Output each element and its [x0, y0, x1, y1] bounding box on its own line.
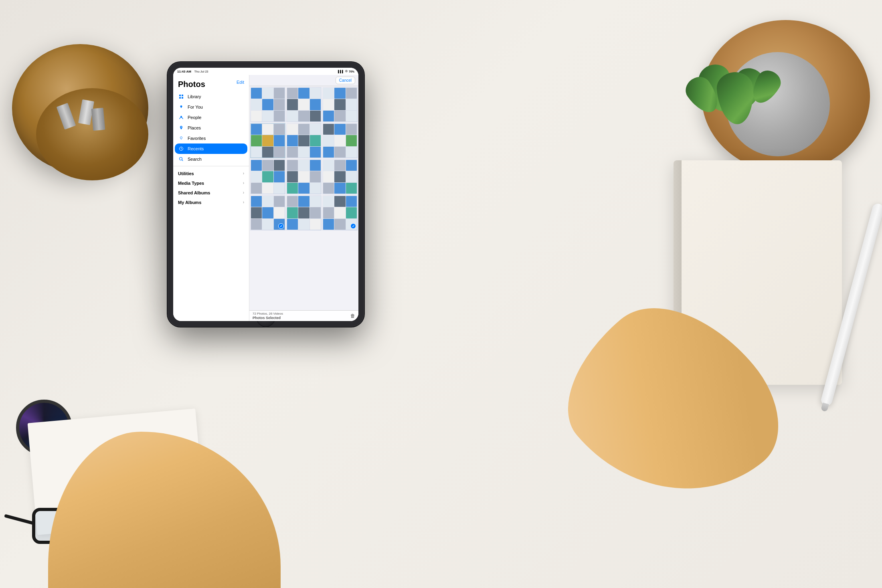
nav-item-search[interactable]: Search	[175, 154, 247, 164]
nav-item-for-you[interactable]: For You	[175, 102, 247, 112]
recents-icon	[178, 145, 184, 152]
wifi-icon: ⦾	[345, 70, 348, 73]
sidebar-header: Photos Edit	[173, 75, 249, 91]
nav-label-places: Places	[188, 125, 201, 130]
photo-thumb-1[interactable]	[250, 87, 285, 122]
edit-button[interactable]: Edit	[237, 80, 244, 85]
places-icon	[178, 125, 184, 131]
nav-label-for-you: For You	[188, 105, 203, 109]
mini-screen-8	[286, 159, 322, 194]
selection-indicator-12	[350, 223, 356, 229]
binder-clip-3	[91, 108, 105, 131]
my-albums-chevron-icon: ›	[243, 200, 244, 204]
section-shared-albums-label: Shared Albums	[178, 190, 210, 195]
section-shared-albums[interactable]: Shared Albums ›	[173, 187, 249, 197]
section-utilities-label: Utilities	[178, 171, 194, 176]
svg-rect-3	[182, 97, 183, 99]
people-icon	[178, 114, 184, 121]
photo-thumb-2[interactable]	[286, 87, 322, 122]
plant-leaves	[678, 64, 798, 144]
cancel-button[interactable]: Cancel	[336, 77, 355, 84]
content-footer: 72 Photos, 26 Videos Photos Selected 🗑	[249, 310, 358, 321]
utilities-chevron-icon: ›	[243, 171, 244, 176]
selection-indicator-10	[278, 223, 284, 229]
section-my-albums-label: My Albums	[178, 200, 201, 205]
ipad-screen: 11:43 AM Thu Jul 23 ▌▌▌ ⦾ 70% Photos Edi…	[173, 68, 358, 321]
library-icon	[178, 93, 184, 100]
photo-thumb-10[interactable]	[250, 195, 285, 230]
mini-screen-3	[322, 87, 358, 122]
svg-rect-1	[182, 95, 183, 96]
mini-screen-11	[286, 195, 322, 230]
svg-line-8	[182, 160, 183, 161]
split-view: Photos Edit	[173, 75, 358, 321]
signal-icon: ▌▌▌	[338, 70, 344, 73]
ipad-device: 11:43 AM Thu Jul 23 ▌▌▌ ⦾ 70% Photos Edi…	[168, 62, 364, 327]
nav-item-places[interactable]: Places	[175, 123, 247, 133]
shared-albums-chevron-icon: ›	[243, 190, 244, 195]
nav-label-library: Library	[188, 94, 201, 99]
trash-icon[interactable]: 🗑	[350, 313, 355, 319]
nav-item-recents[interactable]: Recents	[175, 143, 247, 154]
section-media-types-label: Media Types	[178, 181, 204, 186]
nav-label-people: People	[188, 115, 201, 120]
nav-item-favorites[interactable]: Favorites	[175, 133, 247, 143]
sidebar-title: Photos	[178, 80, 205, 89]
photo-thumb-7[interactable]	[250, 159, 285, 194]
photo-thumb-8[interactable]	[286, 159, 322, 194]
nav-label-search: Search	[188, 157, 202, 162]
leaf-3	[716, 71, 756, 125]
footer-selected-text: Photos Selected	[253, 316, 283, 320]
photo-thumb-11[interactable]	[286, 195, 322, 230]
photos-sidebar: Photos Edit	[173, 75, 249, 321]
svg-rect-2	[179, 97, 181, 99]
nav-item-library[interactable]: Library	[175, 91, 247, 102]
photo-thumb-9[interactable]	[322, 159, 358, 194]
content-header: Cancel	[249, 75, 358, 86]
section-my-albums[interactable]: My Albums ›	[173, 197, 249, 206]
nav-label-favorites: Favorites	[188, 136, 206, 141]
photos-content: Cancel	[249, 75, 358, 321]
mini-screen-4	[250, 123, 285, 158]
photo-thumb-6[interactable]	[322, 123, 358, 158]
search-icon	[178, 156, 184, 162]
photos-grid	[249, 86, 358, 231]
media-types-chevron-icon: ›	[243, 181, 244, 185]
photo-thumb-4[interactable]	[250, 123, 285, 158]
photo-thumb-12[interactable]	[322, 195, 358, 230]
section-utilities[interactable]: Utilities ›	[173, 168, 249, 178]
status-bar: 11:43 AM Thu Jul 23 ▌▌▌ ⦾ 70%	[173, 68, 358, 75]
mini-screen-7	[250, 159, 285, 194]
plant-decoration	[682, 0, 882, 168]
mini-screen-2	[286, 87, 322, 122]
wooden-tray	[702, 20, 870, 172]
svg-point-5	[181, 127, 182, 127]
for-you-icon	[178, 104, 184, 110]
mini-screen-5	[286, 123, 322, 158]
status-icons: ▌▌▌ ⦾ 70%	[338, 70, 354, 73]
status-date: Thu Jul 23	[194, 70, 208, 73]
mini-screen-9	[322, 159, 358, 194]
nav-item-people[interactable]: People	[175, 112, 247, 123]
status-time: 11:43 AM	[177, 70, 191, 73]
section-media-types[interactable]: Media Types ›	[173, 178, 249, 187]
nav-label-recents: Recents	[188, 146, 204, 151]
svg-rect-0	[179, 95, 181, 96]
plant-pot	[726, 52, 830, 156]
battery-icon: 70%	[349, 70, 354, 73]
mini-screen-6	[322, 123, 358, 158]
favorites-icon	[178, 135, 184, 141]
photo-thumb-3[interactable]	[322, 87, 358, 122]
footer-photos-count: 72 Photos, 26 Videos	[253, 312, 283, 315]
mini-screen-1	[250, 87, 285, 122]
sidebar-nav: Library For You	[173, 91, 249, 164]
photo-thumb-5[interactable]	[286, 123, 322, 158]
nav-divider	[173, 166, 249, 166]
